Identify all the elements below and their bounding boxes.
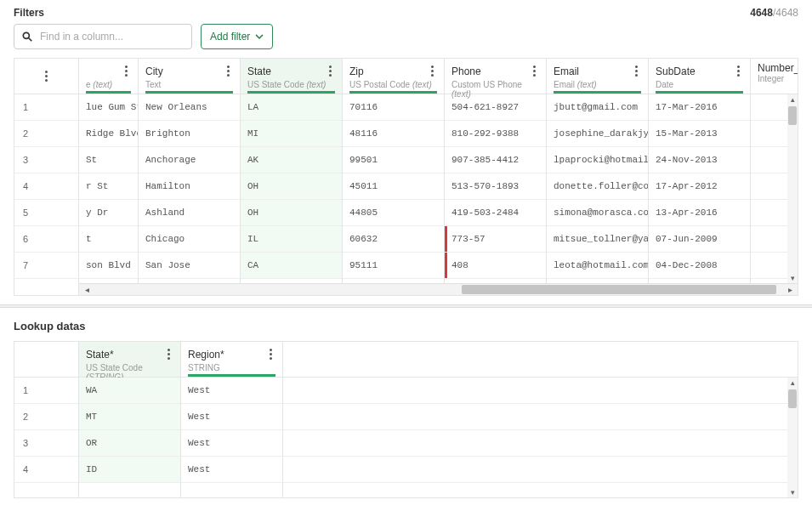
column-menu-button[interactable] [122, 62, 131, 80]
column-header[interactable]: State*US State Code (STRING) [79, 342, 180, 378]
table-cell[interactable]: Ridge Blvd [79, 121, 138, 147]
column-menu-button[interactable] [164, 345, 173, 363]
table-cell[interactable]: OH [241, 200, 342, 226]
add-filter-button[interactable]: Add filter [201, 24, 273, 49]
table-cell[interactable]: IL [241, 226, 342, 253]
table-cell[interactable]: mitsue_tollner@yah… [547, 226, 648, 253]
scroll-up-arrow[interactable]: ▴ [787, 94, 798, 105]
lookup-vertical-scrollbar[interactable]: ▴ ▾ [787, 378, 798, 497]
table-cell[interactable]: jbutt@gmail.com [547, 94, 648, 121]
column-menu-button[interactable] [530, 62, 539, 80]
table-cell[interactable]: MI [241, 121, 342, 147]
table-cell[interactable]: Brighton [139, 121, 240, 147]
row-number: 4 [14, 173, 78, 200]
table-cell[interactable]: 773-57 [445, 226, 546, 253]
scroll-down-arrow[interactable]: ▾ [787, 273, 798, 283]
horizontal-scroll-thumb[interactable] [462, 285, 776, 294]
table-cell[interactable]: simona@morasca.com [547, 200, 648, 226]
cell-value: 13-Apr-2016 [656, 207, 718, 218]
column-header[interactable]: SubDateDate [649, 59, 750, 94]
table-cell[interactable]: 48116 [343, 121, 444, 147]
table-cell[interactable]: LA [241, 94, 342, 121]
column-menu-button[interactable] [224, 62, 233, 80]
scroll-left-arrow[interactable]: ◂ [79, 285, 94, 294]
column-menu-button[interactable] [632, 62, 641, 80]
table-cell[interactable]: 99501 [343, 147, 444, 173]
table-cell[interactable]: josephine_darakjy@… [547, 121, 648, 147]
table-cell[interactable]: St [79, 147, 138, 173]
table-cell[interactable]: 17-Mar-2016 [649, 94, 750, 121]
cell-value: 419-503-2484 [451, 207, 519, 218]
column-header[interactable]: StateUS State Code (text) [241, 59, 342, 94]
table-cell[interactable]: 45011 [343, 173, 444, 200]
table-cell[interactable]: OH [241, 173, 342, 200]
table-cell[interactable]: 907-385-4412 [445, 147, 546, 173]
vertical-scroll-thumb[interactable] [788, 389, 797, 408]
filter-search-input[interactable] [38, 30, 185, 43]
table-cell[interactable]: 95111 [343, 253, 444, 279]
table-cell[interactable]: New Orleans [139, 94, 240, 121]
column-header[interactable]: CityText [139, 59, 240, 94]
table-cell[interactable]: son Blvd [79, 253, 138, 279]
table-cell[interactable]: lue Gum St [79, 94, 138, 121]
cell-value: 17-Mar-2016 [656, 102, 718, 112]
vertical-scroll-thumb[interactable] [788, 106, 797, 125]
table-cell[interactable]: 419-503-2484 [445, 200, 546, 226]
table-cell[interactable]: 07-Jun-2009 [649, 226, 750, 253]
table-cell[interactable]: 04-Dec-2008 [649, 253, 750, 279]
validation-error-flag [445, 226, 447, 252]
table-cell[interactable]: leota@hotmail.com [547, 253, 648, 279]
column-header[interactable]: ZipUS Postal Code (text) [343, 59, 444, 94]
table-cell[interactable]: t [79, 226, 138, 253]
column-menu-button[interactable] [42, 67, 51, 85]
table-cell[interactable]: r St [79, 173, 138, 200]
column-menu-button[interactable] [428, 62, 437, 80]
table-cell[interactable]: ID [79, 457, 180, 483]
table-cell[interactable]: West [181, 457, 282, 483]
table-cell[interactable]: 408 [445, 253, 546, 279]
table-cell[interactable]: West [181, 378, 282, 404]
column-menu-button[interactable] [734, 62, 743, 80]
scroll-up-arrow[interactable]: ▴ [787, 378, 798, 388]
table-cell[interactable]: AK [241, 147, 342, 173]
table-cell[interactable]: San Jose [139, 253, 240, 279]
table-cell[interactable]: OR [79, 430, 180, 457]
table-cell[interactable]: lpaprocki@hotmail.… [547, 147, 648, 173]
table-cell[interactable]: y Dr [79, 200, 138, 226]
table-cell[interactable]: Hamilton [139, 173, 240, 200]
table-cell[interactable]: 15-Mar-2013 [649, 121, 750, 147]
table-cell[interactable]: 13-Apr-2016 [649, 200, 750, 226]
scroll-down-arrow[interactable]: ▾ [787, 487, 798, 497]
column-menu-button[interactable] [326, 62, 335, 80]
column-header[interactable]: Number_ofInteger [751, 59, 798, 94]
table-cell[interactable]: WA [79, 378, 180, 404]
table-cell[interactable]: donette.foller@cox… [547, 173, 648, 200]
table-cell[interactable]: 24-Nov-2013 [649, 147, 750, 173]
main-horizontal-scrollbar[interactable]: ◂ ▸ [79, 283, 798, 295]
table-cell[interactable]: 504-621-8927 [445, 94, 546, 121]
table-cell[interactable]: 17-Apr-2012 [649, 173, 750, 200]
table-cell[interactable]: 60632 [343, 226, 444, 253]
data-column: StateUS State Code (text)LAMIAKOHOHILCA [241, 59, 343, 295]
column-menu-button[interactable] [266, 345, 275, 363]
table-cell[interactable]: 44805 [343, 200, 444, 226]
table-cell[interactable]: 513-570-1893 [445, 173, 546, 200]
table-cell[interactable]: 810-292-9388 [445, 121, 546, 147]
filter-search-wrap[interactable] [14, 24, 192, 49]
table-cell [283, 430, 798, 457]
table-cell[interactable]: CA [241, 253, 342, 279]
table-cell[interactable]: West [181, 430, 282, 457]
main-vertical-scrollbar[interactable]: ▴ ▾ [787, 94, 798, 283]
table-cell[interactable]: Ashland [139, 200, 240, 226]
table-cell[interactable]: Anchorage [139, 147, 240, 173]
table-cell[interactable]: Chicago [139, 226, 240, 253]
column-header[interactable]: PhoneCustom US Phone (text) [445, 59, 546, 94]
table-cell[interactable]: 70116 [343, 94, 444, 121]
column-header[interactable]: e (text) [79, 59, 138, 94]
table-cell[interactable]: West [181, 404, 282, 430]
cell-value: West [188, 385, 210, 395]
scroll-right-arrow[interactable]: ▸ [782, 285, 798, 294]
column-header[interactable]: EmailEmail (text) [547, 59, 648, 94]
column-header[interactable]: Region*STRING [181, 342, 282, 378]
table-cell[interactable]: MT [79, 404, 180, 430]
